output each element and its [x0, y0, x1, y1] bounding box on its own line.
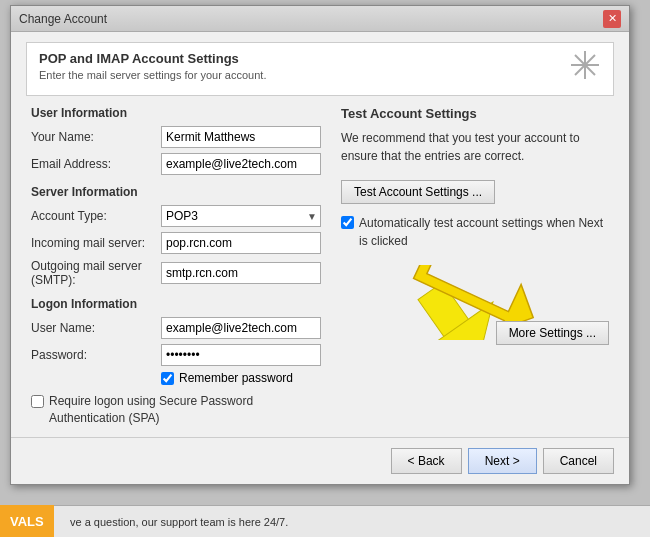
remember-row: Remember password [31, 371, 321, 385]
header-subtitle: Enter the mail server settings for your … [39, 69, 266, 81]
username-row: User Name: [31, 317, 321, 339]
spa-label: Require logon using Secure Password Auth… [49, 393, 321, 427]
account-type-label: Account Type: [31, 209, 161, 223]
back-button[interactable]: < Back [391, 448, 462, 474]
user-info-title: User Information [31, 106, 321, 120]
account-type-wrapper: POP3 IMAP ▼ [161, 205, 321, 227]
test-settings-title: Test Account Settings [341, 106, 609, 121]
next-button[interactable]: Next > [468, 448, 537, 474]
orange-badge: VALS [0, 505, 54, 537]
header-text: POP and IMAP Account Settings Enter the … [39, 51, 266, 81]
username-label: User Name: [31, 321, 161, 335]
outgoing-row: Outgoing mail server (SMTP): [31, 259, 321, 287]
spa-checkbox[interactable] [31, 395, 44, 408]
password-input[interactable] [161, 344, 321, 366]
server-info-title: Server Information [31, 185, 321, 199]
test-description: We recommend that you test your account … [341, 129, 609, 165]
username-input[interactable] [161, 317, 321, 339]
your-name-label: Your Name: [31, 130, 161, 144]
more-settings-button[interactable]: More Settings ... [496, 321, 609, 345]
email-input[interactable] [161, 153, 321, 175]
auto-test-label: Automatically test account settings when… [359, 214, 609, 250]
password-label: Password: [31, 348, 161, 362]
arrow-more-container: More Settings ... [341, 265, 609, 345]
test-account-button[interactable]: Test Account Settings ... [341, 180, 495, 204]
spa-row: Require logon using Secure Password Auth… [31, 393, 321, 427]
auto-test-row: Automatically test account settings when… [341, 214, 609, 250]
close-button[interactable]: ✕ [603, 10, 621, 28]
bottom-bar: VALS ve a question, our support team is … [0, 505, 650, 537]
header-section: POP and IMAP Account Settings Enter the … [26, 42, 614, 96]
your-name-input[interactable] [161, 126, 321, 148]
account-type-select[interactable]: POP3 IMAP [161, 205, 321, 227]
cancel-button[interactable]: Cancel [543, 448, 614, 474]
header-title: POP and IMAP Account Settings [39, 51, 266, 66]
incoming-input[interactable] [161, 232, 321, 254]
your-name-row: Your Name: [31, 126, 321, 148]
outgoing-label: Outgoing mail server (SMTP): [31, 259, 161, 287]
incoming-row: Incoming mail server: [31, 232, 321, 254]
cursor-icon [569, 49, 601, 87]
main-content: User Information Your Name: Email Addres… [26, 106, 614, 427]
change-account-dialog: Change Account ✕ POP and IMAP Account Se… [10, 5, 630, 485]
dialog-title: Change Account [19, 12, 107, 26]
password-row: Password: [31, 344, 321, 366]
title-bar: Change Account ✕ [11, 6, 629, 32]
right-column: Test Account Settings We recommend that … [341, 106, 609, 427]
bottom-bar-text: ve a question, our support team is here … [70, 516, 288, 528]
dialog-content: POP and IMAP Account Settings Enter the … [11, 32, 629, 427]
account-type-row: Account Type: POP3 IMAP ▼ [31, 205, 321, 227]
left-column: User Information Your Name: Email Addres… [31, 106, 321, 427]
auto-test-checkbox[interactable] [341, 216, 354, 229]
email-row: Email Address: [31, 153, 321, 175]
incoming-label: Incoming mail server: [31, 236, 161, 250]
logon-title: Logon Information [31, 297, 321, 311]
outgoing-input[interactable] [161, 262, 321, 284]
remember-label: Remember password [179, 371, 293, 385]
email-label: Email Address: [31, 157, 161, 171]
dialog-footer: < Back Next > Cancel [11, 437, 629, 484]
remember-checkbox[interactable] [161, 372, 174, 385]
